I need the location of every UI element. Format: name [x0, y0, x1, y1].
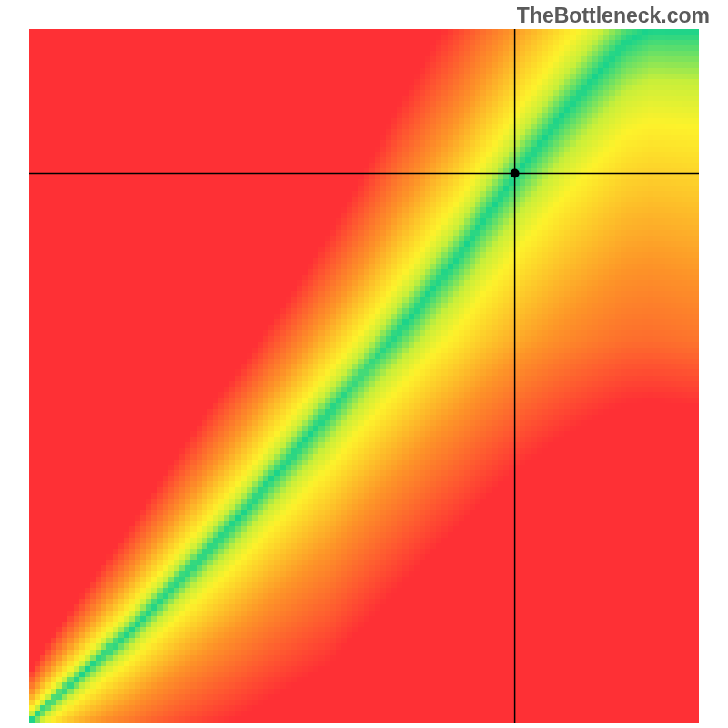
heatmap-canvas [29, 29, 699, 723]
watermark-text: TheBottleneck.com [517, 4, 710, 28]
heatmap-chart [29, 29, 699, 723]
